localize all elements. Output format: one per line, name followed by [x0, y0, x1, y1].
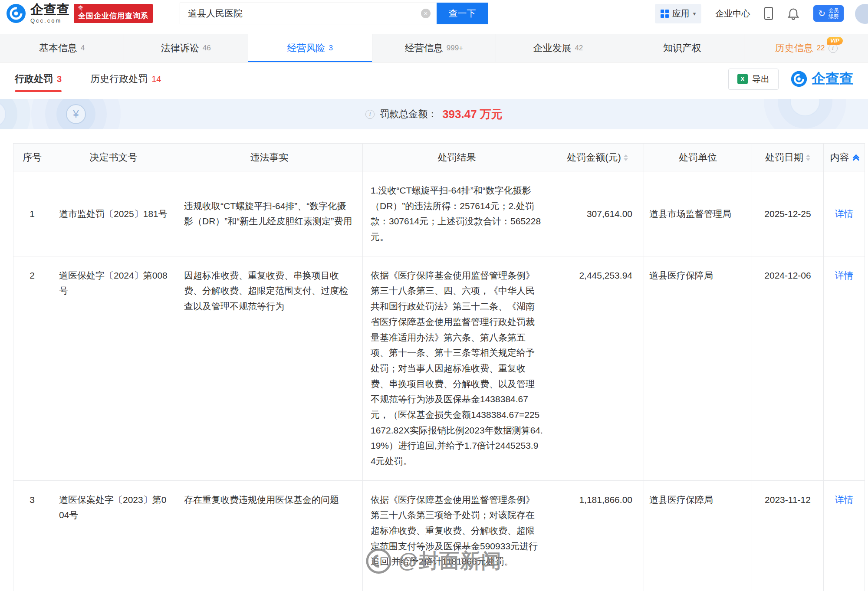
vip-tag: VIP — [827, 37, 843, 45]
qcc-watermark-logo[interactable]: 企查查 — [791, 69, 853, 89]
vip-label-top: 会员 — [829, 7, 839, 13]
subtab-count: 3 — [57, 74, 62, 84]
cell-penalty-result: 依据《医疗保障基金使用监督管理条例》第三十八条第三、四、六项，《中华人民共和国行… — [363, 256, 551, 480]
top-nav: 应用 ▾ 企业中心 ↻ 会员 续费 — [655, 4, 868, 23]
total-fine-amount: 393.47 万元 — [442, 107, 503, 122]
tab-count: 4 — [81, 44, 85, 53]
mobile-app-icon[interactable] — [764, 7, 773, 20]
export-button[interactable]: X 导出 — [728, 69, 779, 90]
total-fine-label: 罚款总金额： — [380, 108, 437, 121]
cell-doc-number: 道医保案处字〔2023〕第004号 — [51, 480, 176, 591]
search-bar: × 查一下 — [180, 3, 488, 24]
apps-grid-icon — [661, 10, 669, 18]
col-penalty-unit: 处罚单位 — [644, 144, 752, 171]
cell-penalty-date: 2024-12-06 — [752, 256, 824, 480]
credit-system-badge: 奇 全国企业信用查询系 — [74, 4, 153, 23]
cell-penalty-unit: 道县医疗保障局 — [644, 256, 752, 480]
cell-seq: 2 — [13, 256, 51, 480]
col-penalty-result: 处罚结果 — [363, 144, 551, 171]
total-fine-banner: ¥ i 罚款总金额： 393.47 万元 — [0, 99, 868, 129]
cell-doc-number: 道医保处字〔2024〕第008号 — [51, 256, 176, 480]
search-button[interactable]: 查一下 — [437, 3, 488, 24]
detail-link[interactable]: 详情 — [824, 480, 865, 591]
notifications-bell-icon[interactable] — [787, 7, 799, 20]
cell-penalty-date: 2023-11-12 — [752, 480, 824, 591]
subtab-administrative-penalty[interactable]: 行政处罚 3 — [15, 72, 62, 85]
collapse-icon[interactable] — [854, 153, 858, 162]
table-row: 2 道医保处字〔2024〕第008号 因超标准收费、重复收费、串换项目收费、分解… — [13, 256, 865, 480]
enterprise-center-link[interactable]: 企业中心 — [715, 8, 750, 20]
tab-operating-info[interactable]: 经营信息 999+ — [372, 34, 496, 62]
subtab-label: 行政处罚 — [15, 72, 53, 85]
vip-label-bottom: 续费 — [829, 13, 839, 20]
table-header-row: 序号 决定书文号 违法事实 处罚结果 处罚金额(元) 处罚单位 处罚日期 内容 — [13, 144, 865, 171]
col-doc-number: 决定书文号 — [51, 144, 176, 171]
info-icon[interactable]: i — [829, 44, 838, 53]
badge-text: 全国企业信用查询系 — [78, 12, 148, 20]
tab-count: 999+ — [447, 44, 463, 53]
subtab-label: 历史行政处罚 — [90, 72, 148, 85]
main-tabs: 基本信息 4 法律诉讼 46 经营风险 3 经营信息 999+ 企业发展 42 … — [0, 34, 868, 62]
col-seq: 序号 — [13, 144, 51, 171]
search-input[interactable] — [180, 3, 437, 24]
tab-history-info[interactable]: VIP 历史信息 22 i — [744, 34, 868, 62]
tab-count: 22 — [817, 44, 825, 53]
tab-count: 46 — [203, 44, 211, 53]
detail-link[interactable]: 详情 — [824, 256, 865, 480]
apps-label: 应用 — [672, 8, 690, 20]
tab-count: 3 — [329, 44, 332, 53]
tab-legal-proceedings[interactable]: 法律诉讼 46 — [124, 34, 248, 62]
tab-label: 基本信息 — [39, 42, 77, 55]
cell-illegal-fact: 存在重复收费违规使用医保基金的问题 — [176, 480, 363, 591]
detail-link[interactable]: 详情 — [824, 171, 865, 256]
table-row: 3 道医保案处字〔2023〕第004号 存在重复收费违规使用医保基金的问题 依据… — [13, 480, 865, 591]
penalty-table: 序号 决定书文号 违法事实 处罚结果 处罚金额(元) 处罚单位 处罚日期 内容 … — [13, 143, 868, 591]
cell-penalty-result: 依据《医疗保障基金使用监督管理条例》第三十八条第三项给予处罚；对该院存在超标准收… — [363, 480, 551, 591]
tab-label: 企业发展 — [533, 42, 571, 55]
brand-name: 企查查 — [30, 2, 69, 16]
sort-icon[interactable] — [806, 154, 810, 161]
cell-illegal-fact: 因超标准收费、重复收费、串换项目收费、分解收费、超限定范围支付、过度检查以及管理… — [176, 256, 363, 480]
tab-label: 历史信息 — [775, 42, 813, 55]
top-bar: 企查查 Qcc.com 奇 全国企业信用查询系 × 查一下 应用 ▾ 企业中心 — [0, 0, 868, 27]
cell-doc-number: 道市监处罚〔2025〕181号 — [51, 171, 176, 256]
tab-label: 经营信息 — [405, 42, 443, 55]
cell-seq: 1 — [13, 171, 51, 256]
tab-intellectual-property[interactable]: 知识产权 — [620, 34, 744, 62]
tab-enterprise-development[interactable]: 企业发展 42 — [496, 34, 620, 62]
yen-icon: ¥ — [66, 104, 86, 124]
ripple-decoration — [0, 101, 6, 127]
chevron-down-icon: ▾ — [693, 10, 696, 17]
vip-renew-button[interactable]: ↻ 会员 续费 — [813, 5, 844, 22]
col-content: 内容 — [824, 144, 865, 171]
badge-corner: 奇 — [78, 5, 148, 11]
cell-penalty-amount: 2,445,253.94 — [551, 256, 644, 480]
excel-icon: X — [737, 74, 748, 84]
cell-penalty-date: 2025-12-25 — [752, 171, 824, 256]
tab-label: 知识产权 — [663, 42, 701, 55]
cell-penalty-unit: 道县医疗保障局 — [644, 480, 752, 591]
info-icon: i — [365, 110, 375, 119]
subtab-count: 14 — [151, 74, 161, 84]
ripple-decoration — [790, 99, 820, 116]
brand-domain: Qcc.com — [30, 17, 69, 24]
sort-icon[interactable] — [624, 154, 628, 161]
tab-label: 经营风险 — [287, 42, 325, 55]
clear-search-icon[interactable]: × — [421, 9, 431, 18]
tab-operating-risk[interactable]: 经营风险 3 — [248, 34, 372, 62]
qcc-logo[interactable]: 企查查 Qcc.com — [6, 3, 69, 24]
cell-penalty-result: 1.没收“CT螺旋平扫-64排”和“数字化摄影（DR）”的违法所得：257614… — [363, 171, 551, 256]
tab-basic-info[interactable]: 基本信息 4 — [0, 34, 124, 62]
col-penalty-amount: 处罚金额(元) — [551, 144, 644, 171]
sub-tabs-row: 行政处罚 3 历史行政处罚 14 X 导出 企查查 — [0, 62, 868, 95]
renew-icon: ↻ — [818, 8, 825, 19]
cell-penalty-amount: 1,181,866.00 — [551, 480, 644, 591]
qcc-mini-icon — [791, 71, 807, 87]
cell-penalty-unit: 道县市场监督管理局 — [644, 171, 752, 256]
subtab-history-penalty[interactable]: 历史行政处罚 14 — [90, 72, 161, 85]
apps-menu[interactable]: 应用 ▾ — [655, 4, 702, 23]
table-row: 1 道市监处罚〔2025〕181号 违规收取“CT螺旋平扫-64排”、“数字化摄… — [13, 171, 865, 256]
cell-illegal-fact: 违规收取“CT螺旋平扫-64排”、“数字化摄影（DR）”和“新生儿经皮胆红素测定… — [176, 171, 363, 256]
cell-penalty-amount: 307,614.00 — [551, 171, 644, 256]
export-label: 导出 — [752, 73, 769, 85]
